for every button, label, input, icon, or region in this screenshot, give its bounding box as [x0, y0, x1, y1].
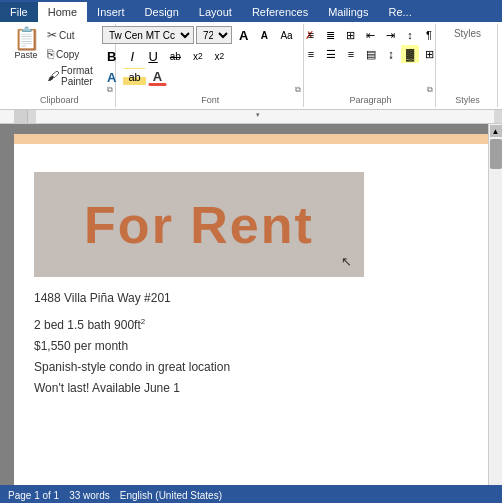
font-shrink-button[interactable]: A: [255, 26, 273, 44]
paste-button[interactable]: 📋 Paste: [10, 26, 42, 62]
ribbon: 📋 Paste ✂ Cut ⎘ Copy 🖌 Format Painter Cl…: [0, 22, 502, 110]
left-margin-markers: [0, 124, 14, 485]
subscript-button[interactable]: x2: [188, 47, 208, 65]
address-text: 1488 Villa Piña Way #201: [34, 291, 468, 305]
language: English (United States): [120, 490, 222, 501]
page-info: Page 1 of 1: [8, 490, 59, 501]
highlight-bar: [14, 134, 488, 144]
multilevel-button[interactable]: ⊞: [341, 26, 360, 44]
status-bar: Page 1 of 1 33 words English (United Sta…: [0, 485, 502, 503]
font-color-button[interactable]: A: [148, 68, 167, 86]
tab-references[interactable]: References: [242, 2, 318, 22]
tab-mailings[interactable]: Mailings: [318, 2, 378, 22]
detail-line2: $1,550 per month: [34, 336, 468, 357]
tab-home[interactable]: Home: [38, 2, 87, 22]
clipboard-group: 📋 Paste ✂ Cut ⎘ Copy 🖌 Format Painter Cl…: [4, 24, 116, 107]
document-area: For Rent ↖ 1488 Villa Piña Way #201 2 be…: [0, 124, 502, 485]
underline-button[interactable]: U: [143, 47, 162, 65]
shading-button[interactable]: ▓: [401, 45, 419, 63]
superscript-2: 2: [141, 317, 145, 326]
format-painter-button[interactable]: 🖌 Format Painter: [44, 64, 109, 88]
font-row1: Tw Cen MT Cc 72 A A Aa ✗: [102, 26, 319, 44]
page: For Rent ↖ 1488 Villa Piña Way #201 2 be…: [14, 134, 488, 485]
strikethrough-button[interactable]: ab: [165, 47, 186, 65]
for-rent-text: For Rent: [84, 195, 314, 255]
tab-layout[interactable]: Layout: [189, 2, 242, 22]
tab-design[interactable]: Design: [135, 2, 189, 22]
font-row3: A ab A: [102, 68, 167, 86]
scroll-up-button[interactable]: ▲: [490, 125, 502, 137]
vertical-scrollbar[interactable]: ▲: [488, 124, 502, 485]
cut-icon: ✂: [47, 28, 57, 42]
scroll-thumb[interactable]: [490, 139, 502, 169]
highlight-button[interactable]: ab: [123, 68, 145, 86]
paragraph-group: ≡ ≣ ⊞ ⇤ ⇥ ↕ ¶ ≡ ☰ ≡ ▤ ↨ ▓ ⊞ Paragraph ⧉: [306, 24, 436, 107]
cursor-icon: ↖: [341, 254, 352, 269]
word-count: 33 words: [69, 490, 110, 501]
for-rent-box: For Rent ↖: [34, 172, 364, 277]
tab-review[interactable]: Re...: [379, 2, 422, 22]
decrease-indent-button[interactable]: ⇤: [361, 26, 380, 44]
font-name-select[interactable]: Tw Cen MT Cc: [102, 26, 194, 44]
tab-file[interactable]: File: [0, 2, 38, 22]
clipboard-small-buttons: ✂ Cut ⎘ Copy 🖌 Format Painter: [44, 26, 109, 88]
detail-line3: Spanish-style condo in great location: [34, 357, 468, 378]
tab-insert[interactable]: Insert: [87, 2, 135, 22]
numbering-button[interactable]: ≣: [321, 26, 340, 44]
italic-button[interactable]: I: [123, 47, 141, 65]
line-spacing-button[interactable]: ↨: [382, 45, 400, 63]
format-painter-icon: 🖌: [47, 69, 59, 83]
show-marks-button[interactable]: ¶: [420, 26, 438, 44]
para-row2: ≡ ☰ ≡ ▤ ↨ ▓ ⊞: [302, 45, 439, 63]
text-effect-button[interactable]: A: [102, 68, 121, 86]
copy-icon: ⎘: [47, 47, 54, 61]
change-case-button[interactable]: Aa: [275, 26, 297, 44]
font-size-select[interactable]: 72: [196, 26, 232, 44]
align-left-button[interactable]: ≡: [302, 45, 320, 63]
font-grow-button[interactable]: A: [234, 26, 253, 44]
increase-indent-button[interactable]: ⇥: [381, 26, 400, 44]
ruler: ▾: [0, 110, 502, 124]
bullets-button[interactable]: ≡: [302, 26, 320, 44]
paragraph-dialog-launcher[interactable]: ⧉: [427, 85, 433, 95]
styles-group: Styles Styles: [438, 24, 498, 107]
font-group: Tw Cen MT Cc 72 A A Aa ✗ B I U ab x2 x2 …: [118, 24, 304, 107]
superscript-button[interactable]: x2: [210, 47, 230, 65]
bold-button[interactable]: B: [102, 47, 121, 65]
ribbon-tabs: File Home Insert Design Layout Reference…: [0, 0, 502, 22]
borders-button[interactable]: ⊞: [420, 45, 439, 63]
detail-line4: Won't last! Available June 1: [34, 378, 468, 399]
font-row2: B I U ab x2 x2: [102, 47, 229, 65]
font-dialog-launcher[interactable]: ⧉: [295, 85, 301, 95]
align-center-button[interactable]: ☰: [321, 45, 341, 63]
copy-button[interactable]: ⎘ Copy: [44, 45, 109, 63]
paste-icon: 📋: [13, 28, 40, 50]
details-text: 2 bed 1.5 bath 900ft2 $1,550 per month S…: [34, 315, 468, 399]
align-right-button[interactable]: ≡: [342, 45, 360, 63]
justify-button[interactable]: ▤: [361, 45, 381, 63]
para-row1: ≡ ≣ ⊞ ⇤ ⇥ ↕ ¶: [302, 26, 438, 44]
detail-line1: 2 bed 1.5 bath 900ft2: [34, 315, 468, 336]
page-content: For Rent ↖ 1488 Villa Piña Way #201 2 be…: [34, 172, 468, 399]
ruler-inner: ▾: [28, 110, 502, 123]
sort-button[interactable]: ↕: [401, 26, 419, 44]
cut-button[interactable]: ✂ Cut: [44, 26, 109, 44]
